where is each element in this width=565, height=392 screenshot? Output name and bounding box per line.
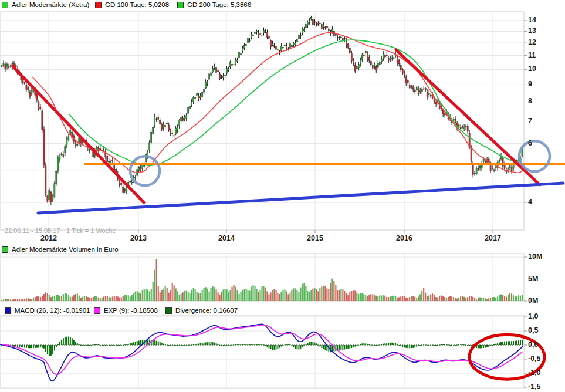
macd-tick-label: 1,0 [528,312,538,320]
year-tick-label: 2014 [215,234,238,242]
gd100-swatch-icon [95,2,102,8]
year-tick-label: 2013 [127,234,150,242]
date-range-label: 22.06.11 - 15.05.17 [5,227,60,234]
price-tick-label: 10 [528,65,536,73]
price-tick-label: 4 [528,198,532,206]
legend-item-label: Adler Modemärkte Volumen in Euro [12,246,119,253]
year-tick-label: 2017 [481,234,505,242]
divergence-swatch-icon [165,307,172,314]
year-tick-label: 2016 [393,234,416,242]
macd-tick-label: -1,0 [528,369,541,377]
year-tick-label: 2012 [37,234,60,242]
price-tick-label: 9 [528,80,532,88]
legend-item-label: EXP (9): -0,18508 [104,307,158,314]
price-tick-label: 14 [528,16,536,24]
instrument-swatch-icon [2,2,8,8]
legend-item-label: Adler Modemärkte (Xetra) [12,1,89,8]
volume-swatch-icon [2,246,8,253]
price-tick-label: 8 [528,97,532,105]
macd-tick-label: -1,5 [528,383,541,391]
legend-item-divergence: Divergence: 0,16607 [165,307,238,314]
macd-swatch-icon [5,307,11,314]
price-tick-label: 12 [528,38,536,46]
legend-item-gd100: GD 100 Tage: 5,0208 [95,1,169,8]
volume-tick-label: 10M [528,252,542,261]
exp-swatch-icon [94,307,100,314]
tick-unit-label: 1 Tick = 1 Woche [66,227,116,234]
macd-tick-label: -0,5 [528,354,541,363]
price-tick-label: 7 [528,117,532,125]
legend-item-macd: MACD (26, 12): -0,01901 [5,307,90,314]
price-tick-label: 6 [528,139,532,147]
volume-tick-label: 0M [528,296,538,305]
macd-legend: MACD (26, 12): -0,01901 EXP (9): -0,1850… [0,307,565,315]
legend-item-exp: EXP (9): -0,18508 [94,307,158,314]
volume-legend: Adler Modemärkte Volumen in Euro [0,246,565,254]
price-tick-label: 13 [528,26,536,35]
macd-tick-label: 0,0 [528,340,538,349]
volume-tick-label: 5M [528,275,538,283]
legend-item-instrument: Adler Modemärkte (Xetra) [2,1,89,8]
legend-item-gd200: GD 200 Tage: 5,3866 [177,1,251,8]
macd-tick-label: 0,5 [528,326,538,334]
year-tick-label: 2015 [303,234,327,242]
legend-item-label: Divergence: 0,16607 [175,307,238,314]
gd200-swatch-icon [177,2,184,8]
stock-chart-canvas [0,0,565,392]
legend-item-label: MACD (26, 12): -0,01901 [15,307,90,314]
price-legend: Adler Modemärkte (Xetra) GD 100 Tage: 5,… [0,1,565,9]
legend-item-label: GD 200 Tage: 5,3866 [187,1,251,8]
legend-item-label: GD 100 Tage: 5,0208 [105,1,169,8]
legend-item-volume: Adler Modemärkte Volumen in Euro [2,246,119,253]
stock-chart-page: Adler Modemärkte (Xetra) GD 100 Tage: 5,… [0,0,565,392]
price-tick-label: 11 [528,51,536,59]
